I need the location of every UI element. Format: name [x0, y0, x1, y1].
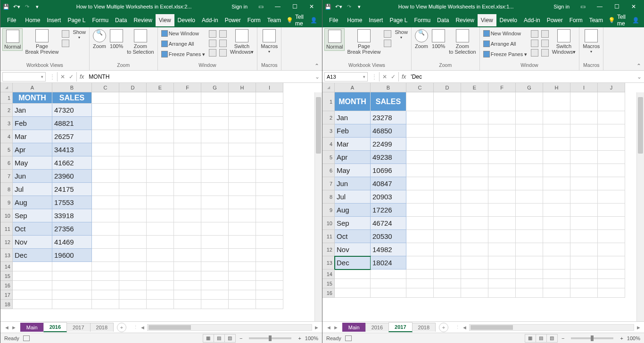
sheet-tab-2016[interactable]: 2016 — [365, 323, 389, 332]
cell[interactable] — [371, 288, 406, 298]
page-break-view-icon[interactable]: ▧ — [546, 334, 558, 343]
cell[interactable] — [201, 92, 229, 104]
cell[interactable] — [461, 111, 488, 124]
minimize-icon[interactable]: — — [591, 0, 608, 13]
cell[interactable] — [147, 209, 174, 222]
data-cell[interactable]: Feb — [335, 124, 371, 138]
cell[interactable] — [119, 117, 147, 130]
cell[interactable] — [174, 183, 201, 196]
zoom-out-icon[interactable]: − — [561, 335, 564, 341]
zoom-in-icon[interactable]: + — [620, 335, 623, 341]
cell[interactable] — [406, 124, 434, 138]
cell[interactable] — [516, 92, 543, 111]
cell[interactable] — [516, 177, 543, 190]
data-cell[interactable]: 22499 — [371, 138, 406, 151]
row-header-9[interactable]: 9 — [322, 204, 335, 217]
redo-icon[interactable]: ↷ — [23, 4, 31, 10]
cell[interactable] — [570, 256, 598, 270]
data-cell[interactable]: 18024 — [371, 256, 406, 270]
fx-icon[interactable]: fx — [77, 74, 87, 80]
zoom-100-button[interactable]: 100% — [108, 28, 124, 50]
cell[interactable] — [147, 156, 174, 170]
cell[interactable] — [13, 281, 52, 290]
sheet-tab-main[interactable]: Main — [20, 323, 44, 332]
row-header-4[interactable]: 4 — [0, 130, 13, 143]
cell[interactable] — [543, 288, 570, 298]
zoom-in-icon[interactable]: + — [298, 335, 301, 341]
redo-icon[interactable]: ↷ — [345, 4, 353, 10]
new-window-button[interactable]: New Window — [160, 28, 207, 39]
switch-windows-button[interactable]: SwitchWindows▾ — [551, 28, 578, 56]
cell[interactable] — [174, 104, 201, 117]
data-cell[interactable]: Dec — [335, 256, 371, 270]
cell[interactable] — [488, 151, 516, 164]
cell[interactable] — [13, 262, 52, 271]
data-cell[interactable]: Mar — [13, 130, 52, 143]
menu-review[interactable]: Review — [452, 14, 477, 26]
cell[interactable] — [516, 138, 543, 151]
cell[interactable] — [174, 156, 201, 170]
cell[interactable] — [406, 204, 434, 217]
cell[interactable] — [488, 204, 516, 217]
cell[interactable] — [488, 164, 516, 177]
row-header-7[interactable]: 7 — [0, 170, 13, 183]
vertical-scrollbar[interactable] — [636, 92, 644, 321]
cell[interactable] — [256, 236, 283, 249]
cell[interactable] — [201, 183, 229, 196]
cell[interactable] — [434, 256, 461, 270]
col-header-E[interactable]: E — [147, 83, 174, 92]
cell[interactable] — [516, 217, 543, 230]
data-cell[interactable]: 40847 — [371, 177, 406, 190]
cell[interactable] — [543, 217, 570, 230]
cell[interactable] — [488, 111, 516, 124]
cell[interactable] — [119, 92, 147, 104]
cell[interactable] — [543, 204, 570, 217]
cell[interactable] — [174, 117, 201, 130]
cell[interactable] — [256, 92, 283, 104]
cell[interactable] — [434, 92, 461, 111]
row-header-6[interactable]: 6 — [322, 164, 335, 177]
data-cell[interactable]: 47320 — [52, 104, 92, 117]
cell[interactable] — [119, 170, 147, 183]
row-header-8[interactable]: 8 — [322, 190, 335, 204]
view-side-icons[interactable] — [540, 28, 550, 58]
cell[interactable] — [516, 279, 543, 288]
cell[interactable] — [598, 230, 625, 243]
cell[interactable] — [488, 230, 516, 243]
data-cell[interactable]: 10696 — [371, 164, 406, 177]
save-icon[interactable]: 💾 — [2, 4, 10, 10]
formula-expand-icon[interactable]: ⌄ — [635, 74, 644, 80]
row-header-10[interactable]: 10 — [322, 217, 335, 230]
cell[interactable] — [201, 300, 229, 309]
data-cell[interactable]: 33918 — [52, 209, 92, 222]
col-header-H[interactable]: H — [229, 83, 256, 92]
data-cell[interactable]: Feb — [13, 117, 52, 130]
data-cell[interactable]: 17226 — [371, 204, 406, 217]
cell[interactable] — [461, 256, 488, 270]
cell[interactable] — [147, 249, 174, 262]
row-header-17[interactable]: 17 — [0, 290, 13, 300]
menu-add-in[interactable]: Add-in — [198, 14, 222, 26]
cell[interactable] — [119, 183, 147, 196]
row-header-10[interactable]: 10 — [0, 209, 13, 222]
cell[interactable] — [256, 117, 283, 130]
cell[interactable] — [570, 164, 598, 177]
row-header-3[interactable]: 3 — [0, 117, 13, 130]
cell[interactable] — [434, 243, 461, 256]
formula-input[interactable] — [409, 72, 635, 82]
sheet-tab-2016[interactable]: 2016 — [43, 322, 67, 332]
cell[interactable] — [543, 190, 570, 204]
data-cell[interactable]: 46850 — [371, 124, 406, 138]
cell[interactable] — [256, 249, 283, 262]
tell-me[interactable]: 💡Tell me — [286, 14, 308, 27]
maximize-icon[interactable]: ☐ — [608, 0, 625, 13]
data-cell[interactable]: Jan — [335, 111, 371, 124]
cell[interactable] — [174, 130, 201, 143]
zoom-button[interactable]: 🔍Zoom — [413, 28, 429, 50]
maximize-icon[interactable]: ☐ — [286, 0, 303, 13]
cell[interactable] — [147, 170, 174, 183]
cell[interactable] — [543, 164, 570, 177]
col-header-D[interactable]: D — [119, 83, 147, 92]
cell[interactable] — [461, 230, 488, 243]
row-header-12[interactable]: 12 — [0, 236, 13, 249]
